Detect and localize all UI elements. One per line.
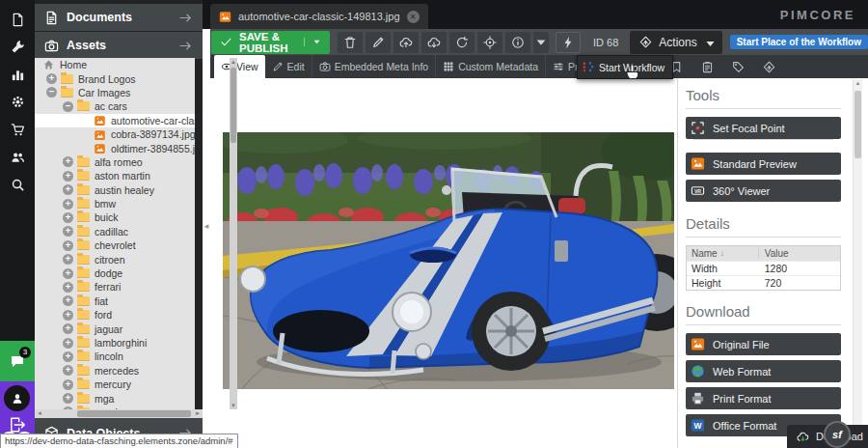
tree-item[interactable]: + mercury (35, 378, 195, 391)
tool-button[interactable]: VR 360° Viewer (686, 180, 841, 202)
tree-expander-icon[interactable]: + (63, 156, 73, 167)
cloud-download-icon (796, 431, 810, 443)
tree-expander-icon[interactable]: + (63, 310, 73, 321)
tree-item[interactable]: + alfa romeo (35, 155, 195, 169)
tab-workflow-icon[interactable] (758, 55, 779, 78)
tree-expander-icon[interactable]: + (63, 379, 73, 390)
expand-arrow-icon[interactable] (178, 39, 193, 53)
rename-button[interactable] (366, 32, 391, 53)
tree-item[interactable]: − ac cars (35, 99, 195, 113)
tree-horizontal-scrollbar[interactable]: ◄ ► (35, 409, 203, 418)
tree-expander-icon[interactable]: + (46, 73, 57, 84)
download-asset-button[interactable] (421, 32, 447, 53)
tree-item[interactable]: + chevrolet (35, 238, 195, 252)
module-icon-button[interactable] (0, 34, 35, 62)
tree-item[interactable]: + jaguar (35, 322, 195, 335)
tree-expander-icon[interactable]: + (63, 323, 73, 334)
download-format-button[interactable]: Web Format (686, 360, 841, 382)
tree-item[interactable]: + lamborghini (35, 336, 195, 350)
tree-node-icon (77, 282, 90, 292)
module-icon-button[interactable] (0, 89, 35, 117)
tree-item[interactable]: + mercedes (35, 364, 195, 378)
tree-expander-icon[interactable]: + (63, 184, 73, 195)
tree-item[interactable]: + cadillac (35, 225, 195, 238)
tree-expander-icon[interactable]: + (63, 393, 73, 404)
module-icon-button[interactable] (0, 144, 35, 172)
asset-tab[interactable]: View (214, 55, 265, 78)
tree-expander-icon[interactable]: + (63, 351, 73, 362)
download-format-button[interactable]: Print Format (686, 387, 841, 409)
tree-expander-icon[interactable]: + (63, 171, 73, 182)
tree-item[interactable]: − Car Images (35, 86, 195, 99)
chat-button[interactable] (0, 341, 35, 381)
download-format-button[interactable]: Original File (686, 333, 841, 355)
tab-notes-clipboard-icon[interactable] (696, 55, 718, 78)
tree-expander-icon[interactable]: + (63, 240, 73, 251)
info-caret-button[interactable] (533, 32, 549, 53)
tab-tags-icon[interactable] (727, 55, 748, 78)
tree-item[interactable]: + dodge (35, 266, 195, 280)
quick-actions-button[interactable] (556, 32, 581, 53)
tree-expander-icon[interactable]: − (63, 101, 73, 112)
tree-item[interactable]: + buick (35, 210, 195, 224)
locate-in-tree-button[interactable] (477, 32, 502, 53)
tree-item[interactable]: Home (35, 58, 195, 71)
asset-tab[interactable]: Embedded Meta Info (312, 55, 436, 78)
tree-expander-icon[interactable]: + (63, 282, 73, 293)
panel-vertical-scrollbar[interactable]: ▲ ▼ (853, 79, 862, 448)
collapse-sidebar-handle[interactable]: ◄ (203, 222, 210, 231)
tree-item[interactable]: + mga (35, 391, 195, 405)
expand-arrow-icon[interactable] (178, 11, 193, 25)
tree-node-icon (77, 227, 90, 237)
tree-item[interactable]: + lincoln (35, 350, 195, 363)
save-options-caret[interactable] (304, 38, 321, 46)
tool-button[interactable]: Set Focal Point (686, 117, 841, 139)
scrollbar-thumb[interactable] (231, 68, 236, 143)
asset-tab[interactable]: Custom Metadata (436, 55, 546, 78)
tree-item[interactable]: + aston martin (35, 169, 195, 182)
upload-button[interactable] (393, 32, 419, 53)
tree-expander-icon[interactable]: + (63, 199, 73, 210)
tree-item[interactable]: + fiat (35, 294, 195, 308)
tree-expander-icon[interactable]: + (63, 268, 73, 279)
tree-item[interactable]: + ford (35, 308, 195, 322)
tree-expander-icon[interactable]: + (63, 295, 73, 306)
scrollbar-thumb[interactable] (854, 91, 861, 158)
tree-expander-icon[interactable]: + (63, 338, 73, 349)
tree-vertical-scrollbar[interactable]: ▲ ▼ (230, 58, 237, 409)
profiler-badge[interactable]: sf (824, 421, 851, 448)
tree-item[interactable]: + austin healey (35, 183, 195, 197)
tool-button[interactable]: Standard Preview (686, 153, 841, 175)
tree-item[interactable]: automotive-car-classic-14 (35, 114, 195, 127)
tree-item[interactable]: oldtimer-3894855.jpg (35, 141, 195, 154)
tree-item[interactable]: + bmw (35, 197, 195, 210)
open-document-tab[interactable]: automotive-car-classic-149813.jpg ✕ (210, 4, 428, 29)
close-tab-icon[interactable]: ✕ (407, 11, 420, 23)
actions-dropdown-button[interactable]: Actions (630, 31, 721, 54)
documents-panel-header[interactable]: Documents (35, 4, 203, 31)
delete-button[interactable] (338, 32, 363, 53)
info-button[interactable] (505, 32, 530, 53)
asset-tab[interactable]: Edit (265, 55, 312, 78)
scrollbar-thumb[interactable] (77, 410, 191, 417)
tree-expander-icon[interactable]: + (63, 254, 73, 265)
tree-item[interactable]: cobra-3897134.jpg (35, 127, 195, 141)
reload-button[interactable] (449, 32, 475, 53)
tree-expander-icon[interactable]: + (63, 226, 73, 237)
tree-item[interactable]: + ferrari (35, 280, 195, 294)
module-icon-button[interactable] (0, 61, 35, 89)
assets-panel-header[interactable]: Assets (35, 32, 203, 59)
tree-expander-icon[interactable]: + (63, 212, 73, 223)
tree-item[interactable]: + Brand Logos (35, 71, 195, 85)
module-icon-button[interactable] (0, 171, 35, 199)
module-icon-button[interactable] (0, 6, 35, 34)
tree-item[interactable]: + citroen (35, 252, 195, 266)
user-avatar[interactable] (4, 385, 30, 411)
tree-node-icon (77, 157, 90, 167)
tree-expander-icon[interactable]: + (63, 365, 73, 376)
module-icon-button[interactable] (0, 116, 35, 144)
tree-expander-icon[interactable]: − (46, 87, 57, 98)
asset-preview-image[interactable] (223, 132, 674, 389)
save-publish-button[interactable]: SAVE & PUBLISH (211, 31, 330, 54)
details-table-header[interactable]: Name↓ Value (687, 246, 840, 261)
